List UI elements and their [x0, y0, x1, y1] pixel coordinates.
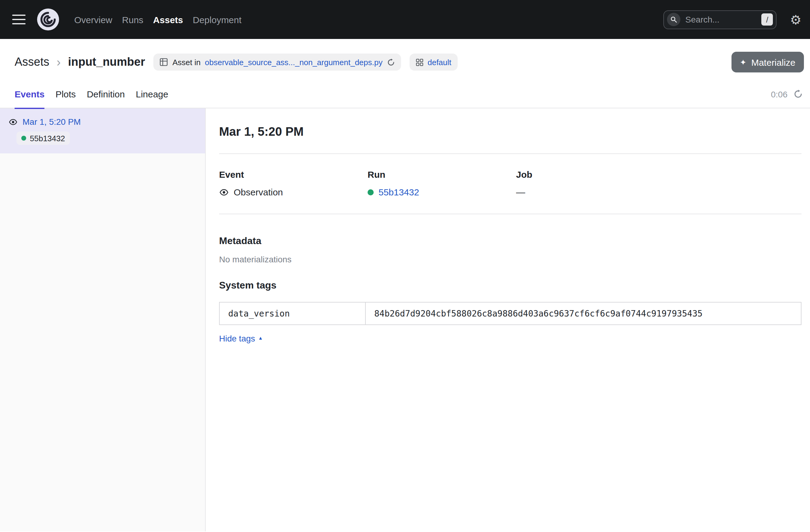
nav-item-overview[interactable]: Overview: [74, 14, 112, 25]
event-list-item[interactable]: Mar 1, 5:20 PM 55b13432: [0, 108, 205, 154]
hamburger-menu-button[interactable]: [12, 15, 26, 25]
hide-tags-label: Hide tags: [219, 334, 255, 343]
caret-up-icon: ▲: [258, 336, 263, 341]
job-column-label: Job: [516, 168, 665, 181]
event-list-sidebar: Mar 1, 5:20 PM 55b13432: [0, 108, 206, 531]
tab-plots[interactable]: Plots: [55, 80, 76, 108]
group-icon: [415, 58, 423, 66]
system-tags-heading: System tags: [219, 279, 801, 292]
asset-grid-icon: [160, 58, 168, 66]
breadcrumb: Assets › input_number Asset in observabl…: [0, 51, 810, 73]
divider: [219, 154, 801, 154]
materialize-label: Materialize: [751, 57, 795, 67]
job-column: Job —: [516, 168, 665, 198]
tab-lineage[interactable]: Lineage: [136, 80, 168, 108]
page-body: Mar 1, 5:20 PM 55b13432 Mar 1, 5:20 PM E…: [0, 108, 810, 531]
hide-tags-link[interactable]: Hide tags ▲: [219, 334, 263, 343]
nav-item-deployment[interactable]: Deployment: [193, 14, 242, 25]
refresh-group: 0:06: [771, 89, 803, 99]
refresh-icon[interactable]: [794, 90, 803, 99]
materialize-button[interactable]: ✦ Materialize: [731, 52, 804, 72]
search-input[interactable]: Search... /: [663, 10, 777, 29]
asset-source-file-link[interactable]: observable_source_ass..._non_argument_de…: [205, 58, 383, 67]
chevron-right-icon: ›: [56, 56, 61, 68]
event-summary-columns: Event Observation Run 55b13432: [219, 168, 801, 198]
event-column-label: Event: [219, 168, 368, 181]
page-title: input_number: [68, 55, 145, 69]
metadata-empty-text: No materializations: [219, 253, 801, 265]
nav-item-assets[interactable]: Assets: [153, 14, 183, 25]
tab-events[interactable]: Events: [15, 80, 45, 108]
job-empty-value: —: [516, 186, 525, 198]
run-column-label: Run: [368, 168, 516, 181]
search-icon: [667, 13, 680, 26]
observation-eye-icon: [219, 188, 229, 197]
app: Overview Runs Assets Deployment Search..…: [0, 0, 810, 532]
tab-bar: Events Plots Definition Lineage 0:06: [0, 80, 810, 108]
run-status-dot: [368, 189, 374, 195]
nav-right-group: Search... / ⚙: [663, 10, 801, 29]
run-id-link[interactable]: 55b13432: [378, 186, 419, 198]
event-detail-title: Mar 1, 5:20 PM: [219, 123, 801, 140]
tag-value-cell: 84b26d7d9204cbf588026c8a9886d403a6c9637c…: [366, 302, 801, 325]
run-column: Run 55b13432: [368, 168, 516, 198]
event-detail-panel: Mar 1, 5:20 PM Event Observation Run: [206, 108, 810, 531]
search-shortcut-key: /: [761, 13, 773, 26]
run-id-tag: 55b13432: [16, 131, 70, 145]
sparkle-icon: ✦: [740, 58, 746, 66]
metadata-heading: Metadata: [219, 235, 801, 248]
tab-definition[interactable]: Definition: [87, 80, 125, 108]
event-date-link: Mar 1, 5:20 PM: [22, 117, 81, 127]
event-column: Event Observation: [219, 168, 368, 198]
refresh-timer: 0:06: [771, 89, 788, 99]
page-header: Assets › input_number Asset in observabl…: [0, 39, 810, 108]
breadcrumb-assets-link[interactable]: Assets: [15, 55, 49, 69]
run-status-dot: [21, 136, 26, 141]
reload-definition-icon[interactable]: [387, 58, 395, 66]
top-nav: Overview Runs Assets Deployment Search..…: [0, 0, 810, 39]
primary-nav: Overview Runs Assets Deployment: [74, 14, 242, 25]
nav-item-runs[interactable]: Runs: [122, 14, 143, 25]
divider: [219, 214, 801, 214]
table-row: data_version 84b26d7d9204cbf588026c8a988…: [220, 302, 801, 325]
observation-eye-icon: [9, 117, 18, 126]
group-default-link[interactable]: default: [427, 58, 451, 67]
asset-definition-pill: Asset in observable_source_ass..._non_ar…: [154, 53, 401, 70]
dagster-logo[interactable]: [36, 8, 60, 31]
tag-key-cell: data_version: [220, 302, 366, 325]
system-tags-table: data_version 84b26d7d9204cbf588026c8a988…: [219, 302, 801, 325]
asset-pill-prefix: Asset in: [173, 58, 201, 67]
group-pill: default: [409, 53, 457, 70]
search-placeholder: Search...: [685, 15, 757, 25]
run-id-tag-label: 55b13432: [30, 134, 65, 143]
event-type-value: Observation: [234, 186, 283, 198]
settings-gear-icon[interactable]: ⚙: [790, 13, 801, 26]
